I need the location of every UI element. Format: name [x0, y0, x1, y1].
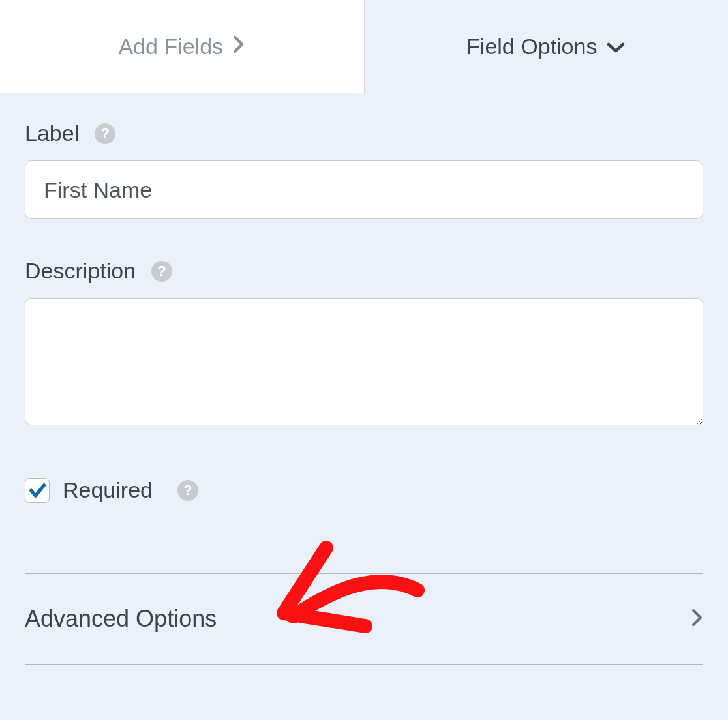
advanced-options-title: Advanced Options: [25, 605, 217, 633]
label-heading-row: Label ?: [25, 121, 703, 146]
required-label: Required: [63, 477, 153, 503]
tab-field-options-label: Field Options: [466, 34, 597, 59]
chevron-right-icon: [691, 608, 703, 630]
required-checkbox[interactable]: [25, 478, 50, 503]
description-heading-row: Description ?: [25, 258, 703, 284]
field-options-panel: Label ? Description ? Required ? Advance…: [0, 93, 728, 665]
check-icon: [28, 481, 46, 500]
tab-field-options[interactable]: Field Options: [365, 0, 729, 93]
description-input[interactable]: [25, 298, 703, 425]
advanced-options-toggle[interactable]: Advanced Options: [25, 573, 703, 665]
chevron-right-icon: [232, 34, 245, 59]
help-icon[interactable]: ?: [177, 480, 198, 501]
tab-add-fields[interactable]: Add Fields: [0, 0, 365, 93]
tabs-container: Add Fields Field Options: [0, 0, 728, 93]
required-row: Required ?: [25, 477, 703, 503]
label-heading: Label: [25, 121, 79, 146]
tab-add-fields-label: Add Fields: [118, 34, 223, 59]
chevron-down-icon: [606, 34, 626, 59]
description-heading: Description: [25, 258, 136, 284]
label-input[interactable]: [25, 160, 703, 219]
help-icon[interactable]: ?: [95, 123, 115, 144]
help-icon[interactable]: ?: [151, 261, 172, 282]
